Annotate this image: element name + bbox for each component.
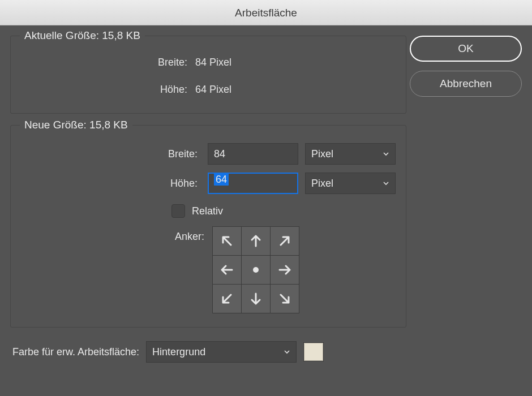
new-width-unit-dropdown[interactable]: Pixel [305,143,396,165]
new-height-label: Höhe: [20,178,201,190]
chevron-down-icon [284,348,290,355]
current-size-legend: Aktuelle Größe: 15,8 KB [20,29,145,42]
anchor-nw[interactable] [213,227,241,255]
svg-point-0 [253,267,259,273]
new-size-legend: Neue Größe: 15,8 KB [20,119,132,131]
chevron-down-icon [383,180,389,187]
cancel-button[interactable]: Abbrechen [410,71,522,97]
anchor-s[interactable] [242,285,270,313]
dialog-title: Arbeitsfläche [0,0,532,25]
current-size-group: Aktuelle Größe: 15,8 KB Breite: 84 Pixel… [10,36,406,114]
extension-color-label: Farbe für erw. Arbeitsfläche: [12,346,139,358]
anchor-center[interactable] [242,256,270,284]
anchor-e[interactable] [271,256,299,284]
anchor-se[interactable] [271,285,299,313]
new-width-input[interactable] [208,143,298,165]
ok-button[interactable]: OK [410,36,522,62]
anchor-label: Anker: [20,226,212,243]
relative-checkbox[interactable] [171,204,185,218]
chevron-down-icon [383,150,389,157]
dropdown-label: Pixel [311,178,333,190]
current-width-label: Breite: [20,57,195,68]
extension-color-swatch[interactable] [303,342,324,361]
new-size-group: Neue Größe: 15,8 KB Breite: Pixel Höhe: … [10,125,406,328]
dropdown-label: Pixel [311,148,333,160]
anchor-w[interactable] [213,256,241,284]
current-height-label: Höhe: [20,84,195,96]
anchor-n[interactable] [242,227,270,255]
anchor-sw[interactable] [213,285,241,313]
new-height-input[interactable]: 64 [208,173,298,194]
anchor-ne[interactable] [271,227,299,255]
anchor-grid [212,226,299,313]
dropdown-label: Hintergrund [152,346,205,358]
new-height-unit-dropdown[interactable]: Pixel [305,173,396,194]
new-width-label: Breite: [20,148,201,160]
relative-label: Relativ [192,205,223,217]
extension-color-dropdown[interactable]: Hintergrund [146,341,297,363]
current-height-value: 64 Pixel [195,84,231,96]
current-width-value: 84 Pixel [195,57,231,68]
